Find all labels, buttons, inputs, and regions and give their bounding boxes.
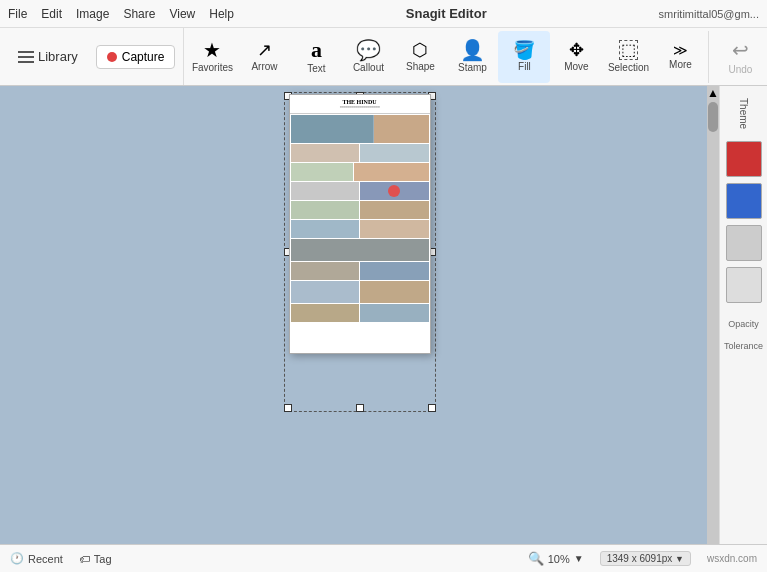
title-bar: File Edit Image Share View Help Snagit E… (0, 0, 767, 28)
tag-label: Tag (94, 553, 112, 565)
news-row-7 (291, 239, 429, 261)
news-icon (388, 185, 400, 197)
photo-image (374, 115, 429, 143)
tool-fill[interactable]: 🪣 Fill (498, 31, 550, 83)
map-image (291, 115, 373, 143)
scroll-up-button[interactable]: ▲ (708, 88, 718, 98)
tag-item[interactable]: 🏷 Tag (79, 553, 112, 565)
arrow-icon: ↗ (257, 41, 272, 59)
undo-button[interactable]: ↩ Undo (717, 31, 763, 83)
zoom-dropdown-icon[interactable]: ▼ (574, 553, 584, 564)
stamp-icon: 👤 (460, 40, 485, 60)
capture-label: Capture (122, 50, 165, 64)
toolbar: Library Capture ★ Favorites ↗ Arrow a Te… (0, 28, 767, 86)
news-row-6 (291, 220, 429, 238)
handle-bottom-left[interactable] (284, 404, 292, 412)
selection-label: Selection (608, 62, 649, 73)
favorites-icon: ★ (203, 40, 221, 60)
news-row-4 (291, 182, 429, 200)
main-area: THE HINDU ━━━━━━━━━━━━━━━━━━━━ (0, 86, 767, 544)
news-img-9a (291, 281, 360, 303)
menu-file[interactable]: File (8, 7, 27, 21)
move-label: Move (564, 61, 588, 72)
news-img-2b (360, 144, 429, 162)
toolbar-tools: ★ Favorites ↗ Arrow a Text 💬 Callout ⬡ S… (186, 31, 706, 83)
canvas-area[interactable]: THE HINDU ━━━━━━━━━━━━━━━━━━━━ (0, 86, 719, 544)
tool-text[interactable]: a Text (290, 31, 342, 83)
shape-label: Shape (406, 61, 435, 72)
user-email: smritimittal05@gm... (659, 8, 759, 20)
news-img-3b (354, 163, 429, 181)
tool-shape[interactable]: ⬡ Shape (394, 31, 446, 83)
news-img-10b (360, 304, 429, 322)
status-bar: 🕐 Recent 🏷 Tag 🔍 10% ▼ 1349 x 6091px ▼ w… (0, 544, 767, 572)
tool-more[interactable]: ≫ More (654, 31, 706, 83)
news-row-9 (291, 281, 429, 303)
news-row-2 (291, 144, 429, 162)
sidebar-toggle[interactable]: Library (12, 45, 96, 68)
menu-edit[interactable]: Edit (41, 7, 62, 21)
zoom-level: 10% (548, 553, 570, 565)
zoom-control: 🔍 10% ▼ (528, 551, 584, 566)
news-row-3 (291, 163, 429, 181)
clock-icon: 🕐 (10, 552, 24, 565)
news-img-5a (291, 201, 360, 219)
text-label: Text (307, 63, 325, 74)
right-panel: Theme Opacity Tolerance (719, 86, 767, 544)
stamp-label: Stamp (458, 62, 487, 73)
fill-label: Fill (518, 61, 531, 72)
fill-icon: 🪣 (513, 41, 535, 59)
recent-item[interactable]: 🕐 Recent (10, 552, 63, 565)
color-section (724, 141, 763, 303)
color-swatch-blue[interactable] (726, 183, 762, 219)
menu-help[interactable]: Help (209, 7, 234, 21)
news-img-4a (291, 182, 360, 200)
panel-opacity-label: Opacity (724, 319, 763, 329)
handle-bottom-center[interactable] (356, 404, 364, 412)
menu-image[interactable]: Image (76, 7, 109, 21)
color-swatch-lightgray2[interactable] (726, 267, 762, 303)
panel-tolerance-label: Tolerance (724, 341, 763, 351)
menu-bar[interactable]: File Edit Image Share View Help (8, 7, 234, 21)
news-img-4b (360, 182, 429, 200)
news-img-2a (291, 144, 360, 162)
tool-stamp[interactable]: 👤 Stamp (446, 31, 498, 83)
tool-callout[interactable]: 💬 Callout (342, 31, 394, 83)
color-swatch-red[interactable] (726, 141, 762, 177)
news-img-9b (360, 281, 429, 303)
news-img-8a (291, 262, 360, 280)
search-icon: 🔍 (528, 551, 544, 566)
toolbar-actions: ↩ Undo ↪ Redo (708, 31, 767, 83)
callout-label: Callout (353, 62, 384, 73)
capture-dot-icon (107, 52, 117, 62)
dimensions-dropdown-icon[interactable]: ▼ (675, 554, 684, 564)
menu-view[interactable]: View (169, 7, 195, 21)
status-right: 🔍 10% ▼ 1349 x 6091px ▼ wsxdn.com (528, 551, 757, 566)
text-icon: a (311, 39, 322, 61)
move-icon: ✥ (569, 41, 584, 59)
tool-move[interactable]: ✥ Move (550, 31, 602, 83)
dimensions-badge[interactable]: 1349 x 6091px ▼ (600, 551, 691, 566)
scroll-thumb[interactable] (708, 102, 718, 132)
tool-favorites[interactable]: ★ Favorites (186, 31, 238, 83)
vertical-scrollbar[interactable]: ▲ (707, 86, 719, 544)
tool-arrow[interactable]: ↗ Arrow (238, 31, 290, 83)
toolbar-left: Library Capture (4, 28, 184, 85)
news-row-8 (291, 262, 429, 280)
handle-bottom-right[interactable] (428, 404, 436, 412)
more-icon: ≫ (673, 43, 688, 57)
menu-share[interactable]: Share (123, 7, 155, 21)
tag-icon: 🏷 (79, 553, 90, 565)
undo-icon: ↩ (732, 38, 749, 62)
newspaper-subtitle: ━━━━━━━━━━━━━━━━━━━━ (294, 105, 426, 109)
news-img-8b (360, 262, 429, 280)
color-swatch-lightgray[interactable] (726, 225, 762, 261)
capture-button[interactable]: Capture (96, 45, 176, 69)
news-img-6a (291, 220, 360, 238)
tool-selection[interactable]: ⬚ Selection (602, 31, 654, 83)
library-label: Library (38, 49, 78, 64)
news-img-3a (291, 163, 353, 181)
arrow-label: Arrow (251, 61, 277, 72)
dimensions-text: 1349 x 6091px (607, 553, 673, 564)
selection-icon: ⬚ (619, 40, 638, 60)
